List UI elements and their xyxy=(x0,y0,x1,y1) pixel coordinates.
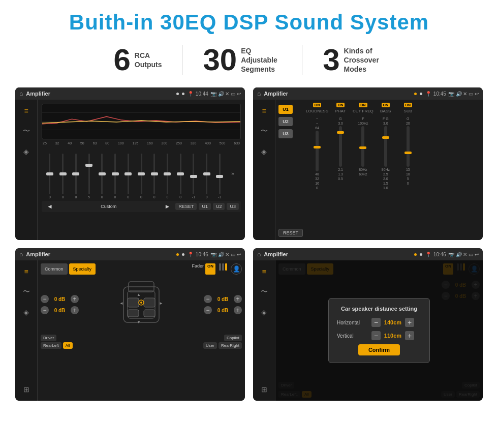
svg-point-11 xyxy=(140,302,142,304)
spk-rearright-3[interactable]: RearRight xyxy=(219,342,242,349)
vol-row-3-3: − 0 dB + xyxy=(204,306,242,314)
eq-slider-4[interactable]: 0 xyxy=(96,154,108,199)
time-3: 10:46 xyxy=(196,252,208,257)
loudness-label: LOUDNESS xyxy=(306,109,328,113)
vertical-plus[interactable]: + xyxy=(405,331,414,340)
eq-slider-11[interactable]: -1 xyxy=(188,154,200,199)
home-icon-4: ⌂ xyxy=(257,251,261,258)
channel-loudness: ON LOUDNESS ~ ~ 64 48 32 xyxy=(306,103,328,237)
sidebar-vol-icon-3[interactable]: ◈ xyxy=(19,305,34,319)
eq-reset-btn[interactable]: RESET xyxy=(175,203,197,210)
spk-copilot-3[interactable]: Copilot xyxy=(224,335,242,341)
main-title: Buith-in 30EQ DSP Sound System xyxy=(15,10,483,35)
sidebar-vol-icon-4[interactable]: ◈ xyxy=(257,305,271,319)
eq-prev-btn[interactable]: ◄ xyxy=(44,202,56,211)
amp-main: U1 U2 U3 RESET ON LOUDNESS ~ xyxy=(275,100,483,240)
avatar-icon-3: 👤 xyxy=(231,263,242,275)
vol-minus-3-2[interactable]: − xyxy=(204,295,212,303)
spk-rearleft-3[interactable]: RearLeft xyxy=(41,342,61,349)
freq-250: 250 xyxy=(176,141,182,145)
freq-32: 32 xyxy=(55,141,59,145)
preset-u3[interactable]: U3 xyxy=(278,129,293,138)
screen-2-sidebar: ≡ 〜 ◈ xyxy=(253,100,275,240)
eq-graph xyxy=(42,104,241,139)
sidebar-wave-icon[interactable]: 〜 xyxy=(19,124,34,138)
vertical-value: 110cm xyxy=(383,333,403,339)
svg-rect-8 xyxy=(128,310,139,317)
status-dot-2b xyxy=(420,93,422,95)
reset-btn-2[interactable]: RESET xyxy=(278,229,303,237)
eq-slider-0[interactable]: 0 xyxy=(44,154,56,199)
eq-u1-btn[interactable]: U1 xyxy=(199,203,211,210)
sidebar-volume-icon[interactable]: ◈ xyxy=(19,144,34,159)
eq-thumb-3 xyxy=(85,164,92,167)
eq-next-btn[interactable]: ► xyxy=(162,202,174,211)
cutfreq-on: ON xyxy=(359,103,367,107)
tab-specialty-3[interactable]: Specialty xyxy=(69,263,96,275)
eq-u2-btn[interactable]: U2 xyxy=(213,203,225,210)
vol-plus-3-0[interactable]: + xyxy=(71,295,79,303)
speaker-main: Common Specialty Fader ON 👤 xyxy=(38,260,245,401)
sidebar-eq-icon-4[interactable]: ≡ xyxy=(257,264,271,279)
vertical-minus[interactable]: − xyxy=(371,331,381,340)
eq-slider-8[interactable]: 0 xyxy=(148,154,161,199)
eq-u3-btn[interactable]: U3 xyxy=(227,203,239,210)
eq-slider-5[interactable]: 0 xyxy=(109,154,121,199)
vol-minus-3-0[interactable]: − xyxy=(41,295,49,303)
sub-on: ON xyxy=(404,103,413,107)
sidebar-wave-icon-2[interactable]: 〜 xyxy=(257,124,271,138)
eq-slider-13[interactable]: -1 xyxy=(214,154,226,199)
eq-slider-7[interactable]: 0 xyxy=(135,154,147,199)
horizontal-minus[interactable]: − xyxy=(371,318,381,327)
stat-crossover: 3 Kinds ofCrossover Modes xyxy=(302,45,404,75)
distance-main: Common Specialty ON 👤 Driver xyxy=(275,260,483,401)
sidebar-eq-icon-2[interactable]: ≡ xyxy=(257,104,271,118)
eq-slider-2[interactable]: 0 xyxy=(70,154,82,199)
preset-u1[interactable]: U1 xyxy=(278,105,293,114)
status-bar-1: ⌂ Amplifier 📍 10:44 📷 🔊 ✕ ▭ ↩ xyxy=(15,87,245,100)
sidebar-wave-icon-4[interactable]: 〜 xyxy=(257,285,271,299)
cutfreq-label: CUT FREQ xyxy=(353,109,374,113)
vol-val-3-0: 0 dB xyxy=(51,296,69,302)
horizontal-plus[interactable]: + xyxy=(405,318,414,327)
time-1: 10:44 xyxy=(196,91,208,97)
spk-driver-3[interactable]: Driver xyxy=(41,335,56,341)
dialog-row-vertical: Vertical − 110cm + xyxy=(337,331,421,340)
fader-label-3: Fader xyxy=(192,263,204,275)
vol-minus-3-1[interactable]: − xyxy=(41,306,49,314)
svg-text:▼: ▼ xyxy=(137,320,141,324)
speaker-body-3: − 0 dB + − 0 dB + xyxy=(41,277,242,333)
channel-cutfreq: ON CUT FREQ F 100Hz 80Hz 60Hz xyxy=(353,103,374,237)
tab-common-3[interactable]: Common xyxy=(41,263,68,275)
loudness-on: ON xyxy=(313,103,322,107)
sidebar-eq-icon[interactable]: ≡ xyxy=(19,104,34,118)
eq-slider-10[interactable]: 0 xyxy=(174,154,186,199)
eq-slider-6[interactable]: 0 xyxy=(122,154,134,199)
eq-slider-9[interactable]: 0 xyxy=(162,154,174,199)
app-name-1: Amplifier xyxy=(26,91,173,97)
spk-all-3[interactable]: All xyxy=(63,342,73,349)
eq-thumb-2 xyxy=(72,172,79,175)
sidebar-wave-icon-3[interactable]: 〜 xyxy=(19,285,34,299)
vol-plus-3-1[interactable]: + xyxy=(71,306,79,314)
confirm-button[interactable]: Confirm xyxy=(358,344,400,355)
vol-plus-3-2[interactable]: + xyxy=(234,295,242,303)
eq-slider-3[interactable]: 5 xyxy=(83,154,95,199)
home-icon-3: ⌂ xyxy=(19,251,23,258)
screen-1-content: ≡ 〜 ◈ xyxy=(15,100,245,240)
app-name-3: Amplifier xyxy=(26,251,173,257)
sidebar-expand-icon-4[interactable]: ⊞ xyxy=(257,382,271,397)
screen-4-sidebar: ≡ 〜 ◈ ⊞ xyxy=(253,260,275,401)
time-4: 10:46 xyxy=(433,252,446,257)
preset-u2[interactable]: U2 xyxy=(278,117,293,126)
vol-plus-3-3[interactable]: + xyxy=(234,306,242,314)
eq-slider-12[interactable]: 0 xyxy=(201,154,213,199)
screen-eq: ⌂ Amplifier 📍 10:44 📷 🔊 ✕ ▭ ↩ ≡ 〜 ◈ xyxy=(15,87,245,240)
sidebar-vol-icon-2[interactable]: ◈ xyxy=(257,144,271,159)
spk-user-3[interactable]: User xyxy=(203,342,217,349)
sidebar-eq-icon-3[interactable]: ≡ xyxy=(19,264,34,279)
sidebar-expand-icon-3[interactable]: ⊞ xyxy=(19,382,34,397)
vol-minus-3-3[interactable]: − xyxy=(204,306,212,314)
fader-on-badge-3: ON xyxy=(205,263,215,275)
eq-slider-1[interactable]: 0 xyxy=(57,154,69,199)
